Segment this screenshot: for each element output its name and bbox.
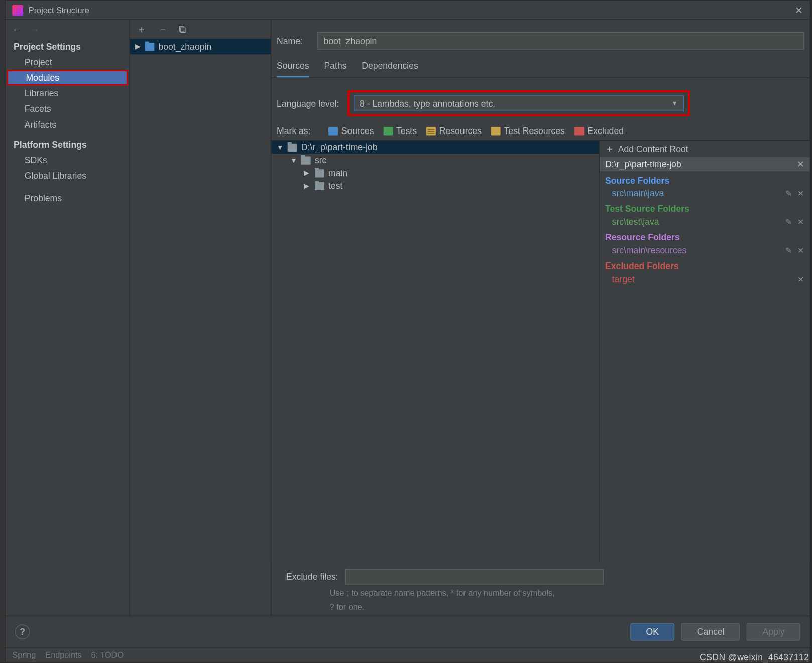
tab-paths[interactable]: Paths [324,61,346,78]
edit-icon[interactable]: ✎ [785,245,792,255]
collapse-icon[interactable]: ▼ [277,144,284,151]
tree-root-label: D:\r_p\part-time-job [301,142,378,152]
apply-button[interactable]: Apply [747,623,800,640]
titlebar: Project Structure ✕ [6,1,810,20]
collapse-icon[interactable]: ▼ [290,156,297,164]
sources-tree-area: ▼ D:\r_p\part-time-job ▼ src ▶ ma [271,140,809,562]
mark-excluded[interactable]: Excluded [574,125,624,136]
module-folder-icon [145,43,154,51]
watermark-text: CSDN @weixin_46437112 [700,652,809,662]
folders-tree[interactable]: ▼ D:\r_p\part-time-job ▼ src ▶ ma [271,141,599,562]
test-source-folder-item[interactable]: src\test\java ✎✕ [600,215,809,228]
tree-node-label: test [328,181,342,191]
module-list-item[interactable]: ▶ boot_zhaopin [130,39,271,54]
remove-module-icon[interactable]: － [158,23,168,36]
folder-icon [288,143,297,151]
nav-forward-icon[interactable]: → [31,24,40,34]
exclude-files-input[interactable] [345,569,604,584]
expand-icon[interactable]: ▶ [304,169,311,177]
modules-list-panel: ＋ － ⧉ ▶ boot_zhaopin [130,20,272,615]
language-level-highlight: 8 - Lambdas, type annotations etc. ▼ [347,90,690,116]
expand-icon[interactable]: ▶ [135,43,141,50]
source-folder-path: src\main\java [612,188,664,198]
ok-button[interactable]: OK [630,623,674,640]
add-content-root-button[interactable]: ＋ Add Content Root [600,141,809,157]
tree-node-test[interactable]: ▶ test [271,179,599,192]
tree-node-src[interactable]: ▼ src [271,154,599,167]
mark-test-resources[interactable]: Test Resources [491,125,565,136]
chevron-down-icon: ▼ [672,100,678,107]
remove-icon[interactable]: ✕ [797,217,804,227]
close-icon[interactable]: ✕ [795,5,803,16]
settings-sidebar: ← → Project Settings Project Modules Lib… [6,20,130,615]
excluded-folder-icon [574,127,584,135]
sidebar-item-artifacts[interactable]: Artifacts [6,117,129,132]
window-title: Project Structure [29,5,795,15]
ide-statusbar: Spring Endpoints 6: TODO [6,647,810,662]
tests-folder-icon [383,127,393,135]
excluded-folders-heading: Excluded Folders [600,257,809,273]
edit-icon[interactable]: ✎ [785,217,792,227]
sidebar-item-facets[interactable]: Facets [6,101,129,117]
tree-root[interactable]: ▼ D:\r_p\part-time-job [271,141,599,154]
sidebar-item-project[interactable]: Project [6,54,129,70]
help-icon[interactable]: ? [15,624,30,639]
sidebar-item-problems[interactable]: Problems [6,190,129,206]
folder-icon [315,169,324,177]
excluded-folder-item[interactable]: target ✕ [600,273,809,286]
tree-node-main[interactable]: ▶ main [271,167,599,180]
sidebar-item-sdks[interactable]: SDKs [6,152,129,168]
project-structure-dialog: Project Structure ✕ ← → Project Settings… [5,0,810,662]
exclude-files-label: Exclude files: [286,572,338,582]
folder-icon [315,182,324,190]
statusbar-todo[interactable]: 6: TODO [91,650,124,659]
exclude-files-hint1: Use ; to separate name patterns, * for a… [271,587,809,602]
remove-icon[interactable]: ✕ [797,245,804,255]
tab-sources[interactable]: Sources [277,61,309,78]
tree-node-label: src [315,155,326,165]
cancel-button[interactable]: Cancel [681,623,740,640]
name-label: Name: [277,36,309,46]
module-detail-panel: Name: Sources Paths Dependencies Languag… [271,20,809,615]
nav-back-icon[interactable]: ← [12,24,21,34]
exclude-files-hint2: ? for one. [271,602,809,616]
edit-icon[interactable]: ✎ [785,189,792,198]
content-root-header[interactable]: D:\r_p\part-time-job ✕ [600,157,809,171]
statusbar-spring[interactable]: Spring [12,650,36,659]
statusbar-endpoints[interactable]: Endpoints [45,650,81,659]
remove-icon[interactable]: ✕ [797,274,804,284]
tree-node-label: main [328,168,347,178]
test-source-folders-heading: Test Source Folders [600,200,809,215]
plus-icon: ＋ [605,143,614,155]
expand-icon[interactable]: ▶ [304,182,311,190]
source-folder-item[interactable]: src\main\java ✎✕ [600,187,809,200]
module-name-input[interactable] [317,32,804,50]
language-level-label: Language level: [277,98,339,108]
sidebar-item-global-libraries[interactable]: Global Libraries [6,168,129,183]
copy-module-icon[interactable]: ⧉ [179,23,186,35]
mark-sources[interactable]: Sources [328,125,374,136]
exclude-files-row: Exclude files: [271,562,809,587]
mark-resources[interactable]: Resources [426,125,482,136]
test-source-folder-path: src\test\java [612,217,659,227]
sidebar-item-libraries[interactable]: Libraries [6,86,129,101]
sidebar-item-modules[interactable]: Modules [7,70,128,85]
content-roots-panel: ＋ Add Content Root D:\r_p\part-time-job … [599,141,810,562]
content-root-path: D:\r_p\part-time-job [605,159,681,169]
dialog-body: ← → Project Settings Project Modules Lib… [6,20,810,615]
ide-left-gutter [0,0,5,662]
modules-toolbar: ＋ － ⧉ [130,20,271,39]
remove-content-root-icon[interactable]: ✕ [797,159,804,169]
module-name: boot_zhaopin [158,42,211,52]
folder-icon [301,156,311,164]
tab-dependencies[interactable]: Dependencies [362,61,418,78]
sources-folder-icon [328,127,338,135]
remove-icon[interactable]: ✕ [797,189,804,198]
source-folders-heading: Source Folders [600,171,809,187]
language-level-combo[interactable]: 8 - Lambdas, type annotations etc. ▼ [354,95,684,111]
module-tabs: Sources Paths Dependencies [271,50,809,78]
test-resources-folder-icon [491,127,501,135]
resource-folder-item[interactable]: src\main\resources ✎✕ [600,244,809,257]
add-module-icon[interactable]: ＋ [137,23,147,36]
mark-tests[interactable]: Tests [383,125,417,136]
